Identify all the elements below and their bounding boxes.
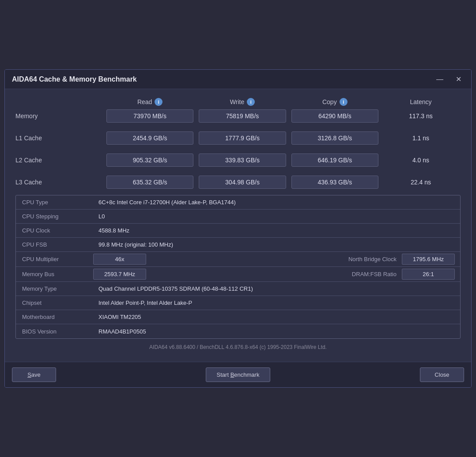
memory-type-value: Quad Channel LPDDR5-10375 SDRAM (60-48-4… — [93, 283, 460, 295]
memory-type-row: Memory Type Quad Channel LPDDR5-10375 SD… — [16, 282, 460, 296]
bench-write-value: 1777.9 GB/s — [199, 131, 286, 145]
info-section: CPU Type 6C+8c Intel Core i7-12700H (Ald… — [15, 195, 461, 339]
cpu-fsb-label: CPU FSB — [16, 239, 93, 251]
bench-copy-value: 436.93 GB/s — [291, 176, 378, 189]
bench-latency-value: 1.1 ns — [381, 135, 461, 142]
cpu-clock-label: CPU Clock — [16, 225, 93, 236]
dram-fsb-value: 26:1 — [402, 269, 455, 280]
copy-info-icon[interactable]: i — [340, 98, 348, 106]
bench-read-value: 635.32 GB/s — [106, 176, 193, 189]
read-column-header: Read i — [104, 98, 196, 106]
cpu-stepping-value: L0 — [93, 210, 460, 222]
bench-row: Memory 73970 MB/s 75819 MB/s 64290 MB/s … — [15, 109, 461, 123]
bench-row: L1 Cache 2454.9 GB/s 1777.9 GB/s 3126.8 … — [15, 131, 461, 145]
start-benchmark-button[interactable]: Start Benchmark — [206, 367, 271, 382]
write-column-header: Write i — [196, 98, 288, 106]
bench-label: Memory — [15, 112, 104, 120]
bench-write-value: 304.98 GB/s — [199, 176, 286, 189]
window-controls: — ✕ — [434, 74, 464, 84]
chipset-value: Intel Alder Point-P, Intel Alder Lake-P — [93, 297, 460, 309]
cpu-fsb-value: 99.8 MHz (original: 100 MHz) — [93, 239, 460, 251]
bench-latency-value: 4.0 ns — [381, 157, 461, 164]
cpu-type-row: CPU Type 6C+8c Intel Core i7-12700H (Ald… — [16, 195, 460, 210]
bench-header: Read i Write i Copy i Latency — [15, 98, 461, 106]
bench-label: L3 Cache — [15, 179, 104, 186]
main-window: AIDA64 Cache & Memory Benchmark — ✕ Read… — [4, 69, 472, 388]
bench-rows: Memory 73970 MB/s 75819 MB/s 64290 MB/s … — [15, 109, 461, 189]
north-bridge-label: North Bridge Clock — [348, 256, 397, 262]
save-button[interactable]: Save — [12, 367, 56, 382]
bench-label: L1 Cache — [15, 135, 104, 142]
copy-column-header: Copy i — [289, 98, 381, 106]
cpu-type-value: 6C+8c Intel Core i7-12700H (Alder Lake-P… — [93, 196, 460, 208]
titlebar: AIDA64 Cache & Memory Benchmark — ✕ — [5, 70, 471, 89]
bench-read-value: 73970 MB/s — [106, 109, 193, 123]
cpu-stepping-row: CPU Stepping L0 — [16, 210, 460, 224]
latency-column-header: Latency — [381, 98, 461, 105]
read-info-icon[interactable]: i — [155, 98, 162, 106]
bios-row: BIOS Version RMAAD4B1P0505 — [16, 324, 460, 338]
bench-latency-value: 117.3 ns — [381, 112, 461, 120]
close-button-bottom[interactable]: Close — [420, 367, 464, 382]
minimize-button[interactable]: — — [434, 75, 446, 84]
memory-bus-value: 2593.7 MHz — [93, 269, 146, 280]
bench-read-value: 905.32 GB/s — [106, 154, 193, 167]
cpu-multiplier-value: 46x — [93, 254, 146, 265]
cpu-fsb-row: CPU FSB 99.8 MHz (original: 100 MHz) — [16, 238, 460, 252]
bench-read-value: 2454.9 GB/s — [106, 131, 193, 145]
memory-bus-label: Memory Bus — [16, 268, 93, 280]
bios-value: RMAAD4B1P0505 — [93, 326, 460, 337]
window-title: AIDA64 Cache & Memory Benchmark — [12, 75, 137, 83]
cpu-clock-value: 4588.8 MHz — [93, 225, 460, 236]
motherboard-label: Motherboard — [16, 311, 93, 323]
north-bridge-value: 1795.6 MHz — [402, 254, 455, 265]
cpu-multiplier-label: CPU Multiplier — [16, 253, 93, 265]
chipset-label: Chipset — [16, 297, 93, 309]
bench-copy-value: 646.19 GB/s — [291, 154, 378, 167]
motherboard-value: XIAOMI TM2205 — [93, 311, 460, 323]
chipset-row: Chipset Intel Alder Point-P, Intel Alder… — [16, 296, 460, 310]
bench-row: L3 Cache 635.32 GB/s 304.98 GB/s 436.93 … — [15, 176, 461, 189]
bench-latency-value: 22.4 ns — [381, 179, 461, 186]
dram-fsb-label: DRAM:FSB Ratio — [352, 271, 397, 277]
content-area: Read i Write i Copy i Latency Memory 739… — [5, 89, 471, 362]
bench-label: L2 Cache — [15, 157, 104, 164]
close-button[interactable]: ✕ — [453, 74, 464, 84]
memory-type-label: Memory Type — [16, 283, 93, 295]
bench-write-value: 339.83 GB/s — [199, 154, 286, 167]
bench-copy-value: 64290 MB/s — [291, 109, 378, 123]
bench-write-value: 75819 MB/s — [199, 109, 286, 123]
cpu-multiplier-row: CPU Multiplier 46x North Bridge Clock 17… — [16, 252, 460, 267]
cpu-type-label: CPU Type — [16, 196, 93, 208]
bench-copy-value: 3126.8 GB/s — [291, 131, 378, 145]
bios-label: BIOS Version — [16, 326, 93, 337]
memory-bus-row: Memory Bus 2593.7 MHz DRAM:FSB Ratio 26:… — [16, 267, 460, 282]
bench-row: L2 Cache 905.32 GB/s 339.83 GB/s 646.19 … — [15, 154, 461, 167]
cpu-stepping-label: CPU Stepping — [16, 210, 93, 222]
footer-text: AIDA64 v6.88.6400 / BenchDLL 4.6.876.8-x… — [15, 339, 461, 353]
motherboard-row: Motherboard XIAOMI TM2205 — [16, 310, 460, 324]
cpu-clock-row: CPU Clock 4588.8 MHz — [16, 224, 460, 238]
bottom-bar: Save Start Benchmark Close — [5, 362, 471, 387]
write-info-icon[interactable]: i — [247, 98, 255, 106]
